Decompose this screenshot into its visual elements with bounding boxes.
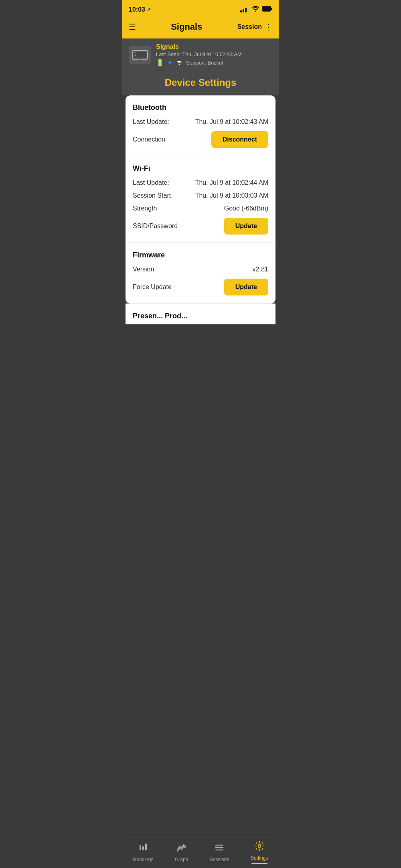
svg-rect-0 — [262, 6, 271, 11]
wifi-strength-value: Good (-66dBm) — [224, 205, 268, 212]
partial-section: Presen... Prod... — [126, 303, 275, 324]
bluetooth-last-update-value: Thu, Jul 9 at 10:02:43 AM — [195, 118, 268, 125]
header-right: Session ⋮ — [237, 22, 272, 32]
wifi-indicator-icon — [176, 59, 183, 67]
more-menu-button[interactable]: ⋮ — [264, 22, 272, 32]
status-bar: 10:03 ↗ — [122, 0, 279, 18]
wifi-update-button[interactable]: Update — [224, 218, 268, 235]
bluetooth-last-update-label: Last Update: — [133, 118, 169, 125]
device-settings-heading: Device Settings — [165, 77, 237, 88]
bluetooth-section: Bluetooth Last Update: Thu, Jul 9 at 10:… — [126, 95, 275, 156]
device-status-icons: 🔋 ✦ Session: Brisket — [156, 59, 242, 67]
wifi-ssid-row: SSID/Password Update — [133, 218, 268, 235]
wifi-status-icon — [251, 6, 259, 13]
wifi-section: Wi-Fi Last Update: Thu, Jul 9 at 10:02:4… — [126, 156, 275, 243]
location-arrow-icon: ↗ — [147, 7, 151, 12]
firmware-update-button[interactable]: Update — [224, 279, 268, 295]
firmware-section-title: Firmware — [133, 251, 268, 259]
svg-rect-5 — [134, 54, 137, 55]
status-icons — [240, 6, 272, 13]
svg-rect-4 — [134, 53, 136, 53]
firmware-version-value: v2.81 — [253, 266, 268, 273]
device-session-text: Session: Brisket — [186, 60, 223, 66]
signal-bars-icon — [240, 7, 249, 12]
svg-rect-6 — [134, 55, 136, 56]
app-title: Signals — [171, 22, 202, 32]
svg-rect-1 — [271, 8, 272, 10]
device-info-bar: Signals Last Seen: Thu, Jul 9 at 10:02:4… — [122, 38, 279, 71]
bluetooth-connection-label: Connection — [133, 136, 165, 143]
firmware-version-label: Version: — [133, 266, 156, 273]
scrollable-content: Bluetooth Last Update: Thu, Jul 9 at 10:… — [122, 95, 279, 372]
wifi-last-update-value: Thu, Jul 9 at 10:02:44 AM — [195, 179, 268, 186]
svg-rect-7 — [138, 59, 142, 60]
firmware-section: Firmware Version: v2.81 Force Update Upd… — [126, 243, 275, 303]
wifi-last-update-row: Last Update: Thu, Jul 9 at 10:02:44 AM — [133, 179, 268, 186]
wifi-session-start-row: Session Start Thu, Jul 9 at 10:03:03 AM — [133, 192, 268, 199]
wifi-section-title: Wi-Fi — [133, 164, 268, 173]
wifi-strength-label: Strength — [133, 205, 157, 212]
bluetooth-last-update-row: Last Update: Thu, Jul 9 at 10:02:43 AM — [133, 118, 268, 125]
partial-section-title: Presen... Prod... — [133, 312, 268, 320]
wifi-ssid-label: SSID/Password — [133, 223, 178, 230]
settings-card: Bluetooth Last Update: Thu, Jul 9 at 10:… — [126, 95, 275, 303]
app-header: ☰ Signals Session ⋮ — [122, 18, 279, 38]
battery-status-icon — [262, 6, 272, 13]
wifi-session-start-value: Thu, Jul 9 at 10:03:03 AM — [195, 192, 268, 199]
disconnect-button[interactable]: Disconnect — [211, 131, 268, 148]
firmware-force-update-label: Force Update — [133, 283, 172, 291]
device-info-text: Signals Last Seen: Thu, Jul 9 at 10:02:4… — [156, 43, 242, 67]
battery-indicator-icon: 🔋 — [156, 59, 164, 67]
device-last-seen: Last Seen: Thu, Jul 9 at 10:02:43 AM — [156, 51, 242, 57]
hamburger-menu-button[interactable]: ☰ — [129, 22, 136, 32]
device-icon — [129, 46, 151, 64]
device-name: Signals — [156, 43, 242, 51]
wifi-strength-row: Strength Good (-66dBm) — [133, 205, 268, 212]
device-settings-title-bar: Device Settings — [122, 71, 279, 95]
status-time: 10:03 ↗ — [129, 6, 151, 13]
time-display: 10:03 — [129, 6, 145, 13]
device-image-icon — [132, 49, 148, 61]
wifi-session-start-label: Session Start — [133, 192, 171, 199]
firmware-force-update-row: Force Update Update — [133, 279, 268, 295]
bluetooth-indicator-icon: ✦ — [167, 59, 172, 67]
session-label[interactable]: Session — [237, 23, 262, 30]
bluetooth-connection-row: Connection Disconnect — [133, 131, 268, 148]
bluetooth-section-title: Bluetooth — [133, 103, 268, 112]
firmware-version-row: Version: v2.81 — [133, 266, 268, 273]
wifi-last-update-label: Last Update: — [133, 179, 169, 186]
